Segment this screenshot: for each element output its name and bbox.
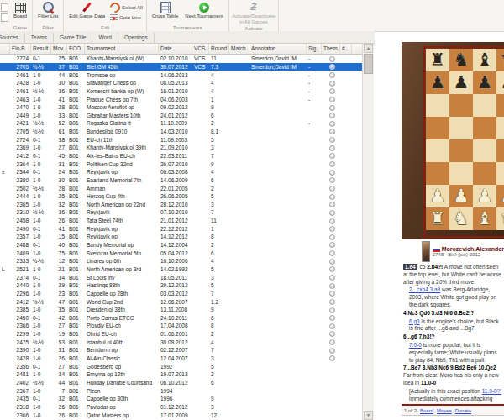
table-row[interactable]: 23641-031B01Politiken Cup 32nd26.07.2010… (0, 160, 362, 168)
activate-deactivate-in-all-games-button[interactable]: ZActivate/Deactivate in All Games (233, 1, 275, 25)
table-row[interactable]: 23801-030B01Saarland Memorial 7th14.06.2… (0, 176, 362, 185)
column-header-elo[interactable]: Elo B (10, 44, 31, 54)
table-row[interactable]: 23740-134B01St Louis inv18.05.20113 (0, 273, 362, 281)
board-square[interactable]: ♟ (496, 71, 504, 94)
board-square[interactable] (449, 162, 473, 185)
move-token[interactable]: 2.b4?! (427, 264, 443, 270)
board-square[interactable] (426, 139, 449, 162)
board-square[interactable]: ♟ (426, 71, 449, 94)
table-row[interactable]: 23560-127B01Godesberg op19925 (0, 362, 362, 370)
chess-board[interactable]: ♜♞♝♛♚♝♞♜♟♟♟♟♟♟♟♟♟♟♟♟♟♟♟♟♜♞♝♛♚♝♞♜ (426, 49, 504, 230)
board-square[interactable] (473, 139, 496, 162)
list-scrollbar[interactable]: ▲ ▼ (362, 44, 374, 420)
variation-move-link[interactable]: 7.0-0 (409, 342, 422, 348)
board-square[interactable]: ♟ (449, 185, 473, 207)
column-header-vcs[interactable]: VCS (192, 44, 209, 54)
table-row[interactable]: 23651-032B01North American op 22nd28.12.… (0, 201, 362, 209)
variation-move-link[interactable]: 11.0-0?! (482, 388, 501, 394)
table-row[interactable]: 23691-027B01Khanty-Mansiysk ol 39th21.09… (0, 144, 362, 152)
move-token[interactable]: 4.Nc3 Qd6 5.d3 Nf6 6.Be2!? (403, 310, 474, 316)
table-row[interactable]: 22991-019B01Ohrid EU-ch01.06.20012 (0, 330, 362, 339)
board-square[interactable]: ♟ (473, 71, 496, 94)
footer-link-donate[interactable]: Donate (455, 408, 471, 413)
table-row[interactable]: 2310½-½36B01Reykjavik07.10.20107 (0, 208, 362, 217)
board-square[interactable] (426, 162, 449, 185)
move-token[interactable]: 7...Be7 8.Nb3 Nc6 9.Bd2 Be6 10.Qe2 (403, 365, 496, 370)
table-row[interactable]: 23661-027B01Plovdiv EU-ch17.04.20088 (0, 322, 362, 330)
column-header-annotator[interactable]: Annotator (249, 44, 307, 54)
table-row[interactable]: 24611-044B01Tromsoe op14.06.20134- (0, 71, 362, 79)
board-square[interactable] (496, 139, 504, 162)
cutoff-button[interactable] (1, 13, 8, 22)
board-square[interactable]: ♟ (426, 185, 449, 207)
board-square[interactable] (426, 94, 449, 117)
table-row[interactable]: 24491-033B01Gibraltar Masters 10th24.01.… (0, 111, 362, 119)
footer-link-moves[interactable]: Moves (437, 408, 452, 413)
tab-sources[interactable]: Sources (0, 33, 25, 43)
table-row[interactable]: 2502½-½28B01Amman22.01.20052 (0, 184, 362, 192)
board-square[interactable]: ♝ (473, 49, 496, 71)
table-row[interactable]: 24350-132B01Cappelle op 30th19969 (0, 395, 362, 403)
table-row[interactable]: 24281-026B01Al-Ain Classic12.04.20073 (0, 354, 362, 363)
select-all-button[interactable]: Select All (110, 3, 143, 13)
board-square[interactable]: ♛ (496, 207, 504, 230)
variation-move-link[interactable]: 2...cxb4 3.a3 (409, 286, 440, 292)
tab-teams[interactable]: Teams (25, 33, 54, 43)
table-row[interactable]: L25211-021B01North American op 3rd14.02.… (0, 265, 362, 274)
table-row[interactable]: 27240-125B01Khanty-Mansiysk ol (W)02.10.… (0, 55, 362, 63)
table-row[interactable]: 2461½-½36B01Komercni banka op (W)16.01.2… (0, 87, 362, 96)
table-row[interactable]: 24401-029B01Hastings 88th29.12.20125 (0, 281, 362, 290)
cutoff-button[interactable] (1, 3, 8, 12)
column-header-theme[interactable]: Them.. (322, 44, 340, 54)
variation-move-link[interactable]: 6.g3 (409, 318, 420, 324)
edit-game-data-button[interactable]: Edit Game Data (67, 1, 107, 20)
board-square[interactable]: ♝ (473, 207, 496, 230)
next-tournament-button[interactable]: Next Tournament (183, 1, 225, 20)
table-row[interactable]: 27240-138B01EU-ch 11th11.09.20035 (0, 135, 362, 144)
column-header-result[interactable]: Result (31, 44, 51, 54)
table-row[interactable]: 2705½-½61B01Bundesliga 091014.03.20108.1 (0, 128, 362, 136)
board-square[interactable] (449, 117, 473, 139)
table-row[interactable]: 23671-07B01Plzen1994 (0, 386, 362, 395)
table-row[interactable]: 2705½-½57B01Biel GM 45th30.07.2012VCS7.3… (0, 63, 362, 71)
board-square[interactable] (473, 162, 496, 185)
board-square[interactable] (449, 139, 473, 162)
board-square[interactable]: ♜ (426, 49, 449, 71)
table-row[interactable]: 24581-026B01Tata Steel 74th21.01.201211 (0, 217, 362, 225)
table-row[interactable]: 23181-026B01Pavlodar op01.12.20123 (0, 403, 362, 412)
table-row[interactable]: 24281-030B01Stavanger Chess op08.05.2013… (0, 79, 362, 87)
table-row[interactable]: 24120-145B01Aix-les-Bains EU-ch22.03.201… (0, 152, 362, 160)
board-square[interactable]: ♞ (449, 49, 473, 71)
table-row[interactable]: 24811-034B01Smyrna op 12th19.07.20132 (0, 370, 362, 379)
table-row[interactable]: 24091-075B01Svetozar Memorial 5th05.04.2… (0, 249, 362, 257)
board-square[interactable] (496, 162, 504, 185)
filter-list-button[interactable]: Filter List (36, 1, 60, 20)
column-header-date[interactable]: Date (159, 44, 192, 54)
column-header-x[interactable]: # (340, 44, 352, 54)
table-row[interactable]: ±23440-124B01Reykjavik op06.03.20084 (0, 168, 362, 176)
table-row[interactable]: 24880-140B01Sandy Memorial op14.12.20042 (0, 241, 362, 249)
scrollbar-thumb[interactable] (364, 54, 373, 74)
goto-line-button[interactable]: Goto Line (110, 14, 143, 21)
table-row[interactable]: 2475½-½53B01Istanbul ol 40th30.08.20124 (0, 338, 362, 346)
move-token[interactable]: 11.0-0 (421, 380, 436, 386)
tab-game-title[interactable]: Game Title (54, 33, 92, 43)
board-square[interactable] (426, 117, 449, 139)
column-header-eco[interactable]: ECO (67, 44, 85, 54)
board-square[interactable]: ♟ (449, 71, 473, 94)
tab-openings[interactable]: Openings (118, 33, 155, 43)
table-row[interactable]: 23661-026B01Qatar Masters op17.01.200912 (0, 411, 362, 419)
column-header-round[interactable]: Round (209, 44, 229, 54)
board-square[interactable]: ♟ (473, 185, 496, 207)
table-row[interactable]: 2421½-½52B01Rogaska Slatina tt11.10.2009… (0, 119, 362, 128)
board-square[interactable]: ♟ (496, 185, 504, 207)
board-square[interactable] (449, 94, 473, 117)
scrollbar-up-icon[interactable]: ▲ (364, 44, 373, 53)
table-row[interactable]: 24441-025B01Herzog Cup 4th26.06.20055 (0, 192, 362, 201)
current-move-badge[interactable]: 1.e4 (403, 264, 417, 270)
board-button[interactable]: Board (12, 1, 29, 20)
table-row[interactable]: 24701-028B01Moscow Aeroflot op09.02.2012… (0, 103, 362, 112)
table-row[interactable]: 24631-041B01Prague Chess op 7th04.06.200… (0, 95, 362, 103)
table-row[interactable]: 24900-141B01Reykjavik op22.12.20121 (0, 224, 362, 233)
cross-table-button[interactable]: Cross Table (150, 1, 181, 20)
